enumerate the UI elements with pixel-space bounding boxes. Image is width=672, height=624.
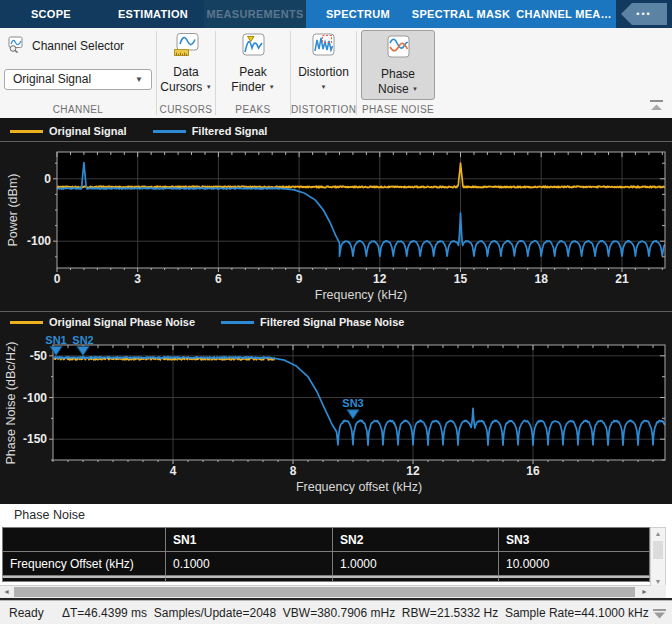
- legend-line-swatch: [221, 321, 254, 324]
- svg-text:4: 4: [170, 464, 177, 478]
- scroll-right-icon[interactable]: ►: [638, 586, 651, 598]
- legend-item-filtered-signal-phase-noise[interactable]: Filtered Signal Phase Noise: [221, 316, 404, 328]
- scope-display-panel: Original Signal Filtered Signal 03691215…: [0, 120, 672, 504]
- chevron-down-icon: ▼: [206, 84, 212, 90]
- legend-label: Filtered Signal Phase Noise: [260, 316, 404, 328]
- status-text: Ready: [9, 606, 62, 620]
- legend-label: Filtered Signal: [192, 125, 268, 137]
- collapse-statusbar-icon[interactable]: [652, 608, 667, 618]
- group-channel: Channel Selector Original Signal ▼ CHANN…: [0, 28, 156, 118]
- group-cursors: Data Cursors ▼ CURSORS: [157, 28, 215, 118]
- chevron-down-icon: ▼: [269, 84, 275, 90]
- phase-noise-label-line1: Phase: [381, 67, 415, 82]
- power-plot-canvas[interactable]: 0369121518210-100Frequency (kHz)Power (d…: [0, 142, 672, 311]
- group-label-channel: CHANNEL: [0, 104, 156, 115]
- tab-measurements[interactable]: MEASUREMENTS: [204, 0, 306, 28]
- legend-item-filtered-signal[interactable]: Filtered Signal: [153, 125, 268, 137]
- distortion-icon: [310, 32, 337, 62]
- scroll-left-icon[interactable]: ◄: [0, 586, 13, 598]
- peak-finder-label-line1: Peak: [239, 65, 266, 80]
- svg-text:16: 16: [526, 464, 540, 478]
- group-label-distortion: DISTORTION: [291, 104, 356, 115]
- distortion-button[interactable]: Distortion ▼: [291, 28, 356, 95]
- table-header-cell: [2, 527, 165, 551]
- row-label-cell: Frequency Offset (kHz): [2, 551, 165, 576]
- tab-scope[interactable]: SCOPE: [0, 0, 102, 28]
- group-label-cursors: CURSORS: [157, 104, 215, 115]
- group-label-peaks: PEAKS: [216, 104, 290, 115]
- spectrum-analyzer-window: SCOPE ESTIMATION MEASUREMENTS SPECTRUM S…: [0, 0, 672, 624]
- svg-text:21: 21: [615, 272, 629, 286]
- tab-strip: SCOPE ESTIMATION MEASUREMENTS SPECTRUM S…: [0, 0, 672, 28]
- distortion-label: Distortion: [298, 65, 349, 80]
- marker-label-SN3: SN3: [342, 397, 363, 409]
- svg-text:6: 6: [215, 272, 222, 286]
- phase-noise-label-line2: Noise: [378, 82, 409, 96]
- legend-item-original-signal-phase-noise[interactable]: Original Signal Phase Noise: [10, 316, 195, 328]
- toolstrip-ribbon: Channel Selector Original Signal ▼ CHANN…: [0, 28, 672, 120]
- tab-channel-measurements[interactable]: CHANNEL MEA…: [512, 0, 616, 28]
- horizontal-scroll-thumb[interactable]: [14, 587, 635, 597]
- svg-text:-50: -50: [30, 349, 48, 363]
- collapse-ribbon-button[interactable]: [649, 100, 665, 111]
- scrollbar-corner: [651, 585, 666, 598]
- value-cell-sn2[interactable]: 1.0000: [332, 551, 498, 576]
- legend-line-swatch: [10, 130, 43, 133]
- group-phase-noise: Phase Noise ▼ PHASE NOISE: [357, 28, 439, 118]
- channel-selector-label: Channel Selector: [32, 39, 124, 53]
- marker-label-SN2: SN2: [72, 334, 93, 346]
- group-peaks: Peak Finder ▼ PEAKS: [216, 28, 290, 118]
- tab-strip-filler: •••: [616, 0, 672, 28]
- peak-finder-icon: [240, 32, 267, 62]
- svg-text:Frequency offset (kHz): Frequency offset (kHz): [296, 480, 422, 494]
- legend-item-original-signal[interactable]: Original Signal: [10, 125, 127, 137]
- tab-spectral-mask[interactable]: SPECTRAL MASK: [410, 0, 512, 28]
- toolstrip-overflow-button[interactable]: •••: [621, 3, 667, 25]
- svg-text:12: 12: [373, 272, 387, 286]
- svg-text:3: 3: [134, 272, 141, 286]
- svg-text:-100: -100: [23, 391, 47, 405]
- group-distortion: Distortion ▼ DISTORTION: [291, 28, 356, 118]
- legend-line-swatch: [10, 321, 43, 324]
- svg-text:15: 15: [454, 272, 468, 286]
- table-header-cell-sn1: SN1: [165, 527, 332, 551]
- phase-noise-panel-title: Phase Noise: [14, 508, 85, 522]
- table-row-frequency-offset: Frequency Offset (kHz) 0.1000 1.0000 10.…: [2, 551, 650, 576]
- table-horizontal-scrollbar[interactable]: ◄ ►: [0, 585, 651, 598]
- scroll-up-icon[interactable]: ▲: [651, 528, 665, 540]
- value-cell-sn3[interactable]: 10.0000: [498, 551, 650, 576]
- legend-line-swatch: [153, 130, 186, 133]
- phase-noise-plot-canvas[interactable]: 481216-50-100-150Frequency offset (kHz)P…: [0, 333, 672, 504]
- vertical-scroll-thumb[interactable]: [653, 541, 663, 559]
- svg-text:18: 18: [535, 272, 549, 286]
- legend-label: Original Signal Phase Noise: [49, 316, 195, 328]
- svg-text:12: 12: [406, 464, 420, 478]
- channel-dropdown[interactable]: Original Signal ▼: [4, 69, 152, 90]
- data-cursors-button[interactable]: Data Cursors ▼: [157, 28, 215, 95]
- tab-estimation[interactable]: ESTIMATION: [102, 0, 204, 28]
- svg-text:-150: -150: [23, 432, 47, 446]
- power-plot-legend: Original Signal Filtered Signal: [0, 122, 672, 140]
- phase-noise-plot-legend: Original Signal Phase Noise Filtered Sig…: [0, 313, 672, 331]
- table-vertical-scrollbar[interactable]: ▲ ▼: [650, 527, 666, 589]
- peak-finder-button[interactable]: Peak Finder ▼: [216, 28, 290, 95]
- phase-noise-icon: [385, 34, 412, 64]
- chevron-down-icon: ▼: [412, 86, 418, 92]
- svg-text:0: 0: [54, 272, 61, 286]
- group-label-phase-noise: PHASE NOISE: [357, 104, 439, 115]
- peak-finder-label-line2: Finder: [231, 80, 265, 94]
- channel-selector-button[interactable]: Channel Selector: [8, 36, 156, 56]
- phase-noise-table: SN1 SN2 SN3 Frequency Offset (kHz) 0.100…: [2, 527, 650, 582]
- channel-dropdown-value: Original Signal: [13, 72, 91, 86]
- svg-text:9: 9: [296, 272, 303, 286]
- channel-selector-icon: [8, 36, 25, 56]
- phase-noise-button[interactable]: Phase Noise ▼: [361, 30, 435, 100]
- data-cursors-label-line2: Cursors: [160, 80, 202, 94]
- svg-text:Frequency (kHz): Frequency (kHz): [315, 288, 407, 302]
- value-cell-sn1[interactable]: 0.1000: [165, 551, 332, 576]
- tab-spectrum[interactable]: SPECTRUM: [306, 0, 410, 28]
- chevron-down-icon: ▼: [321, 84, 327, 90]
- data-cursors-label-line1: Data: [173, 65, 198, 80]
- phase-noise-measurements-panel: Phase Noise SN1 SN2 SN3 Frequency Offset…: [0, 504, 672, 600]
- svg-text:Power (dBm): Power (dBm): [6, 174, 20, 247]
